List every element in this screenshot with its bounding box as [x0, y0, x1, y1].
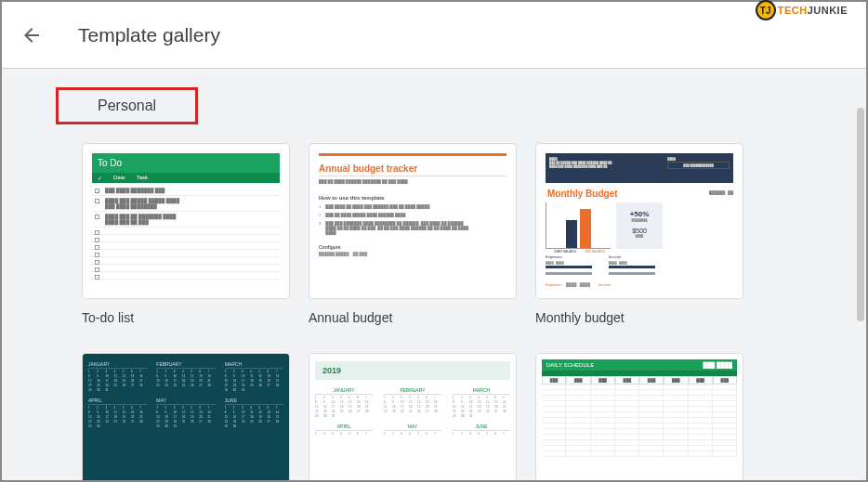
annual-budget-howto: How to use this template	[319, 195, 506, 201]
back-arrow-icon[interactable]	[20, 24, 43, 46]
section-highlight-box: Personal	[56, 87, 198, 124]
section-label-personal: Personal	[98, 98, 156, 114]
content-area: Personal To Do ✓ Date Task ███ ████ ████…	[2, 69, 866, 480]
template-thumb-todo: To Do ✓ Date Task ███ ████ ███████ ███ █…	[82, 143, 290, 299]
template-card-todo[interactable]: To Do ✓ Date Task ███ ████ ███████ ███ █…	[82, 143, 290, 325]
template-thumb-annual-budget: Annual budget tracker ███ ██ ████ ██████…	[309, 143, 517, 299]
header-bar: Template gallery	[2, 2, 866, 69]
template-title: To-do list	[82, 310, 290, 325]
annual-budget-configure: Configure	[319, 244, 506, 250]
watermark-text-1: TECH	[778, 5, 808, 16]
todo-thumb-columns: ✓ Date Task	[92, 173, 280, 183]
watermark-logo: TJ TECH JUNKIE	[756, 0, 848, 20]
todo-col-task: Task	[137, 175, 148, 181]
template-card-monthly-budget[interactable]: ███████ ██ █████ ███ ████ ██████ ████ ██…	[535, 143, 743, 325]
template-thumb-monthly-budget: ███████ ██ █████ ███ ████ ██████ ████ ██…	[535, 143, 743, 299]
monthly-budget-percent: +50%	[616, 210, 663, 218]
monthly-budget-expenses-label: Expenses	[546, 254, 592, 259]
watermark-text-2: JUNKIE	[808, 5, 848, 16]
template-card-annual-budget[interactable]: Annual budget tracker ███ ██ ████ ██████…	[309, 143, 517, 325]
monthly-budget-amount: $500	[616, 228, 663, 234]
template-thumb-calendar-dark: JANUARY123456789101112131415161718192021…	[82, 353, 290, 480]
page-title: Template gallery	[78, 24, 220, 46]
calendar-light-year: 2019	[315, 361, 510, 380]
monthly-budget-thumb-title: Monthly Budget	[547, 189, 618, 199]
template-card-schedule[interactable]: DAILY SCHEDULE███ ████ █████████████████…	[535, 353, 743, 480]
monthly-budget-income-label: Income	[609, 254, 655, 259]
todo-thumb-header: To Do	[92, 153, 280, 173]
todo-col-date: Date	[113, 175, 125, 181]
scrollbar-thumb[interactable]	[857, 108, 864, 321]
watermark-badge: TJ	[756, 0, 776, 20]
template-grid: To Do ✓ Date Task ███ ████ ███████ ███ █…	[82, 143, 786, 480]
template-title: Monthly budget	[535, 310, 743, 325]
template-title: Annual budget	[309, 310, 517, 325]
template-card-calendar-dark[interactable]: JANUARY123456789101112131415161718192021…	[82, 353, 290, 480]
template-thumb-schedule: DAILY SCHEDULE███ ████ █████████████████…	[535, 353, 743, 480]
schedule-thumb-title: DAILY SCHEDULE	[546, 362, 594, 368]
annual-budget-thumb-title: Annual budget tracker	[319, 163, 506, 176]
template-thumb-calendar-light: 2019 JANUARY1234567891011121314151617181…	[309, 353, 517, 480]
template-card-calendar-light[interactable]: 2019 JANUARY1234567891011121314151617181…	[309, 353, 517, 480]
